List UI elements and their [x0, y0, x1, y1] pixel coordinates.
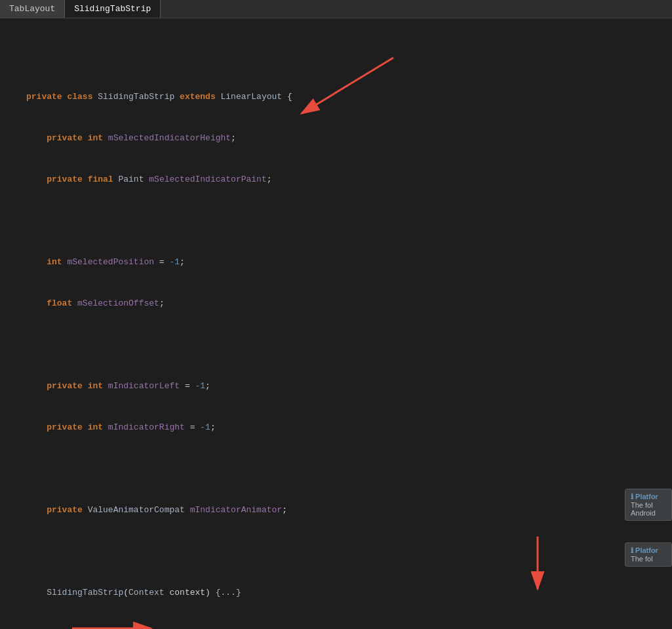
tooltip-text-2: The fol	[631, 555, 666, 563]
tab-slidingtabstrip[interactable]: SlidingTabStrip	[65, 0, 161, 18]
line-numbers	[0, 18, 20, 629]
code-container: private class SlidingTabStrip extends Li…	[0, 18, 672, 629]
code-line	[26, 214, 672, 228]
tooltip-text-1: The folAndroid	[631, 501, 666, 517]
tab-bar: TabLayout SlidingTabStrip	[0, 0, 672, 18]
code-line	[26, 338, 672, 352]
code-line	[26, 544, 672, 558]
code-line: int mSelectedPosition = -1;	[26, 255, 672, 269]
tooltip-panel-2: ℹ Platfor The fol	[625, 542, 672, 567]
code-line: float mSelectionOffset;	[26, 296, 672, 310]
tooltip-icon-1: ℹ Platfor	[631, 493, 666, 501]
code-line: private class SlidingTabStrip extends Li…	[26, 90, 672, 104]
code-line: private ValueAnimatorCompat mIndicatorAn…	[26, 503, 672, 517]
code-line: private final Paint mSelectedIndicatorPa…	[26, 172, 672, 186]
code-line: private int mSelectedIndicatorHeight;	[26, 131, 672, 145]
code-line	[26, 49, 672, 62]
code-editor[interactable]: private class SlidingTabStrip extends Li…	[20, 18, 672, 629]
tooltip-panel-1: ℹ Platfor The folAndroid	[625, 489, 672, 521]
code-line	[26, 462, 672, 476]
code-line: private int mIndicatorRight = -1;	[26, 420, 672, 434]
code-line: private int mIndicatorLeft = -1;	[26, 379, 672, 393]
code-line: SlidingTabStrip(Context context) {...}	[26, 586, 672, 599]
tooltip-icon-2: ℹ Platfor	[631, 546, 666, 555]
tab-tablayout[interactable]: TabLayout	[0, 0, 65, 18]
